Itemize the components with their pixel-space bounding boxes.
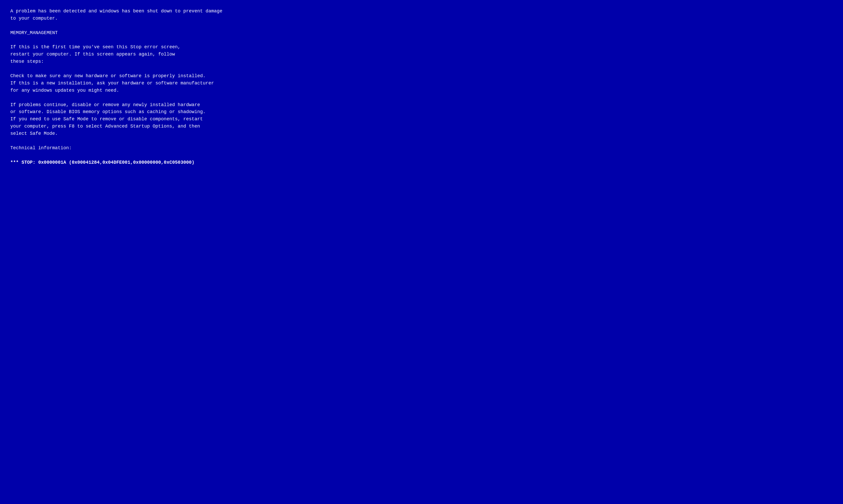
spacer-4 [10,94,833,102]
line-problems-continue: If problems continue, disable or remove … [10,102,833,137]
bsod-screen: A problem has been detected and windows … [0,0,843,504]
line-intro: A problem has been detected and windows … [10,8,833,22]
spacer-6 [10,152,833,159]
line-error-name: MEMORY_MANAGEMENT [10,30,833,37]
spacer-5 [10,137,833,145]
line-first-time: If this is the first time you've seen th… [10,43,833,65]
spacer-1 [10,22,833,30]
line-check-hardware: Check to make sure any new hardware or s… [10,73,833,94]
line-tech-info: Technical information: [10,145,833,152]
spacer-3 [10,65,833,73]
spacer-2 [10,37,833,44]
line-stop-code: *** STOP: 0x0000001A (0x00041284,0x04DFE… [10,159,833,166]
